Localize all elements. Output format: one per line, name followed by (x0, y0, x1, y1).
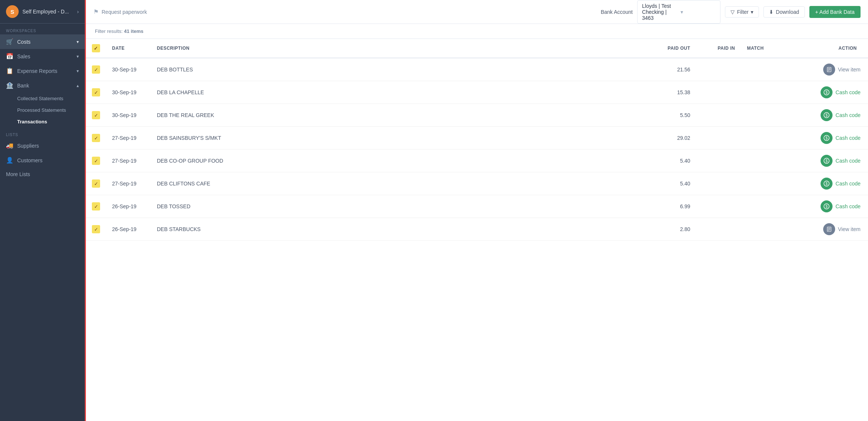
workspaces-label: WORKSPACES (0, 24, 85, 34)
row-checkbox[interactable]: ✓ (86, 127, 106, 150)
check-icon: ✓ (92, 134, 100, 142)
row-match (741, 172, 786, 195)
row-date: 26-Sep-19 (106, 218, 151, 241)
row-description: DEB SAINSBURY'S S/MKT (151, 127, 648, 150)
bank-account-dropdown[interactable]: Lloyds | Test Checking | 3463 ▾ (637, 0, 720, 24)
main-content: ⚑ Request paperwork Bank Account Lloyds … (86, 0, 868, 421)
select-all-checkbox[interactable]: ✓ (92, 44, 100, 52)
add-bank-data-button[interactable]: + Add Bank Data (809, 6, 861, 18)
action-label: Cash code (836, 135, 861, 141)
row-action[interactable]: $ Cash code (786, 81, 868, 104)
request-paperwork-btn[interactable]: ⚑ Request paperwork (93, 8, 147, 15)
action-button[interactable]: $ Cash code (821, 178, 861, 190)
row-paid-out: 5.50 (648, 104, 696, 127)
check-icon: ✓ (92, 225, 100, 233)
check-icon: ✓ (92, 157, 100, 165)
row-action[interactable]: $ Cash code (786, 172, 868, 195)
action-button[interactable]: $ Cash code (821, 86, 861, 98)
row-paid-out: 5.40 (648, 150, 696, 172)
org-header[interactable]: S Self Employed - D... › (0, 0, 85, 24)
action-button[interactable]: $ Cash code (821, 109, 861, 121)
table-row: ✓ 30-Sep-19 DEB THE REAL GREEK 5.50 $ Ca… (86, 104, 868, 127)
sidebar-item-customers[interactable]: 👤 Customers (0, 153, 85, 168)
row-checkbox[interactable]: ✓ (86, 81, 106, 104)
description-header: DESCRIPTION (151, 39, 648, 58)
row-paid-out: 5.40 (648, 172, 696, 195)
filter-icon: ▽ (731, 9, 735, 15)
org-chevron-icon: › (77, 9, 79, 15)
row-date: 27-Sep-19 (106, 172, 151, 195)
sidebar-item-sales[interactable]: 📅 Sales ▾ (0, 49, 85, 64)
download-button[interactable]: ⬇ Download (763, 6, 805, 18)
sidebar-item-processed-statements[interactable]: Processed Statements (0, 104, 85, 116)
row-paid-in (696, 104, 741, 127)
action-button[interactable]: $ Cash code (821, 132, 861, 144)
table-row: ✓ 26-Sep-19 DEB STARBUCKS 2.80 View item (86, 218, 868, 241)
table-row: ✓ 30-Sep-19 DEB BOTTLES 21.56 View item (86, 58, 868, 81)
row-checkbox[interactable]: ✓ (86, 195, 106, 218)
table-row: ✓ 27-Sep-19 DEB CLIFTONS CAFE 5.40 $ Cas… (86, 172, 868, 195)
action-button[interactable]: $ Cash code (821, 155, 861, 167)
sidebar-item-bank[interactable]: 🏦 Bank ▴ (0, 78, 85, 93)
row-match (741, 127, 786, 150)
row-checkbox[interactable]: ✓ (86, 104, 106, 127)
action-label: Cash code (836, 89, 861, 95)
table-row: ✓ 27-Sep-19 DEB SAINSBURY'S S/MKT 29.02 … (86, 127, 868, 150)
select-all-header[interactable]: ✓ (86, 39, 106, 58)
row-action[interactable]: View item (786, 218, 868, 241)
transactions-table-container: ✓ DATE DESCRIPTION PAID OUT PAID IN MATC… (86, 39, 868, 421)
row-match (741, 104, 786, 127)
row-paid-in (696, 218, 741, 241)
sidebar-item-more-lists[interactable]: More Lists (0, 168, 85, 181)
transactions-table: ✓ DATE DESCRIPTION PAID OUT PAID IN MATC… (86, 39, 868, 241)
action-button[interactable]: $ Cash code (821, 200, 861, 212)
action-label: View item (838, 226, 861, 232)
row-paid-out: 6.99 (648, 195, 696, 218)
row-action[interactable]: $ Cash code (786, 195, 868, 218)
expense-chevron-icon: ▾ (77, 68, 79, 74)
check-icon: ✓ (92, 179, 100, 188)
sidebar-item-transactions[interactable]: Transactions (0, 116, 85, 127)
check-icon: ✓ (92, 202, 100, 210)
sidebar-item-expense-reports[interactable]: 📋 Expense Reports ▾ (0, 64, 85, 78)
cash-code-icon: $ (821, 200, 833, 212)
row-action[interactable]: $ Cash code (786, 104, 868, 127)
bank-account-value: Lloyds | Test Checking | 3463 (642, 3, 678, 21)
svg-text:$: $ (825, 159, 828, 163)
row-checkbox[interactable]: ✓ (86, 218, 106, 241)
action-label: Cash code (836, 112, 861, 118)
row-date: 26-Sep-19 (106, 195, 151, 218)
row-paid-in (696, 150, 741, 172)
cash-code-icon: $ (821, 86, 833, 98)
date-header: DATE (106, 39, 151, 58)
row-description: DEB CO-OP GROUP FOOD (151, 150, 648, 172)
costs-icon: 🛒 (6, 38, 13, 45)
paidin-header: PAID IN (696, 39, 741, 58)
sidebar-item-costs-label: Costs (17, 39, 77, 45)
action-button[interactable]: View item (823, 64, 861, 76)
sidebar-item-costs[interactable]: 🛒 Costs ▾ (0, 34, 85, 49)
filter-button[interactable]: ▽ Filter ▾ (725, 6, 759, 18)
row-action[interactable]: View item (786, 58, 868, 81)
row-match (741, 58, 786, 81)
sidebar-item-expense-label: Expense Reports (17, 68, 77, 74)
row-paid-in (696, 81, 741, 104)
cash-code-icon: $ (821, 132, 833, 144)
row-checkbox[interactable]: ✓ (86, 172, 106, 195)
flag-icon: ⚑ (93, 8, 99, 15)
topbar: ⚑ Request paperwork Bank Account Lloyds … (86, 0, 868, 24)
row-checkbox[interactable]: ✓ (86, 150, 106, 172)
row-match (741, 81, 786, 104)
table-row: ✓ 30-Sep-19 DEB LA CHAPELLE 15.38 $ Cash… (86, 81, 868, 104)
svg-text:$: $ (825, 182, 828, 186)
table-body: ✓ 30-Sep-19 DEB BOTTLES 21.56 View item … (86, 58, 868, 241)
sidebar-item-customers-label: Customers (17, 157, 79, 163)
action-button[interactable]: View item (823, 223, 861, 235)
sidebar-item-collected-statements[interactable]: Collected Statements (0, 93, 85, 104)
row-action[interactable]: $ Cash code (786, 150, 868, 172)
row-action[interactable]: $ Cash code (786, 127, 868, 150)
svg-text:$: $ (825, 90, 828, 95)
row-checkbox[interactable]: ✓ (86, 58, 106, 81)
bank-icon: 🏦 (6, 82, 13, 89)
sidebar-item-suppliers[interactable]: 🚚 Suppliers (0, 138, 85, 153)
